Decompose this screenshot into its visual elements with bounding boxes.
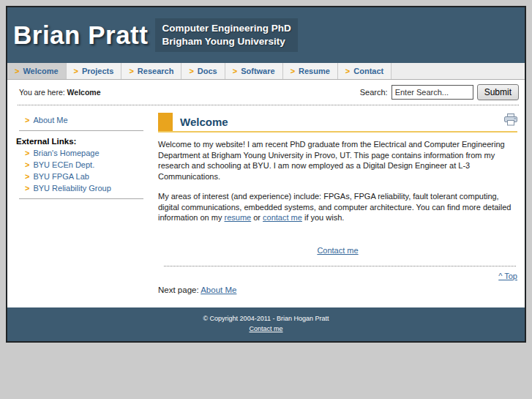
nav-tab-label: Projects (82, 67, 113, 75)
sidebar-divider (19, 198, 143, 199)
resume-link[interactable]: resume (224, 213, 251, 222)
nav-tab-label: Software (241, 67, 274, 75)
chevron-right-icon: > (25, 149, 29, 157)
site-header: Brian Pratt Computer Engineering PhD Bri… (7, 7, 525, 63)
page-title: Welcome (180, 115, 504, 130)
chevron-right-icon: > (25, 116, 29, 124)
external-link-item[interactable]: >BYU FPGA Lab (25, 172, 154, 181)
external-links-heading: External Links: (16, 137, 154, 146)
nav-tab-docs[interactable]: >Docs (181, 63, 225, 79)
chevron-right-icon: > (15, 67, 19, 75)
site-title: Brian Pratt (13, 20, 148, 50)
print-icon[interactable] (504, 113, 517, 129)
chevron-right-icon: > (74, 67, 78, 75)
external-link-item[interactable]: >BYU ECEn Dept. (25, 160, 154, 169)
chevron-right-icon: > (291, 67, 295, 75)
nav-tab-label: Docs (198, 67, 217, 75)
site-footer: © Copyright 2004-2011 - Brian Hogan Prat… (7, 307, 525, 341)
search-submit-button[interactable]: Submit (477, 84, 519, 100)
main-column: Welcome Welcome to my website! I am rece… (154, 113, 525, 307)
sidebar-item-label: About Me (33, 116, 67, 124)
copyright-text: © Copyright 2004-2011 - Brian Hogan Prat… (7, 313, 525, 324)
nav-tab-label: Resume (299, 67, 330, 75)
contact-center-row: Contact me (158, 245, 517, 256)
nav-tab-contact[interactable]: >Contact (338, 63, 391, 79)
subtitle-line-1: Computer Engineering PhD (162, 22, 291, 35)
content-area: > About Me External Links: >Brian's Home… (7, 105, 525, 307)
sidebar-item-about-me[interactable]: > About Me (25, 116, 154, 124)
chevron-right-icon: > (129, 67, 133, 75)
nav-tab-research[interactable]: >Research (121, 63, 181, 79)
top-link-row: ^ Top (158, 271, 517, 282)
nav-tab-software[interactable]: >Software (225, 63, 283, 79)
next-page-link[interactable]: About Me (201, 286, 236, 294)
site-container: Brian Pratt Computer Engineering PhD Bri… (6, 6, 526, 343)
breadcrumb-search-row: You are here: Welcome Search: Submit (7, 80, 525, 103)
sidebar-divider (19, 130, 143, 131)
external-links-list: >Brian's Homepage>BYU ECEn Dept.>BYU FPG… (19, 149, 154, 193)
intro-paragraph: Welcome to my website! I am recent PhD g… (158, 139, 517, 182)
nav-tab-label: Contact (353, 67, 383, 75)
external-link-label: BYU Reliability Group (33, 184, 110, 193)
site-subtitle: Computer Engineering PhD Brigham Young U… (155, 18, 297, 51)
external-link-label: Brian's Homepage (33, 149, 99, 157)
breadcrumb: You are here: Welcome (19, 88, 101, 97)
interests-text-post: if you wish. (302, 213, 344, 222)
chevron-right-icon: > (25, 160, 29, 169)
chevron-right-icon: > (233, 67, 237, 75)
footer-contact-link[interactable]: Contact me (249, 325, 282, 332)
interests-text-mid: or (251, 213, 263, 222)
breadcrumb-current: Welcome (67, 88, 101, 97)
contact-me-center-link[interactable]: Contact me (317, 246, 358, 255)
chevron-right-icon: > (189, 67, 193, 75)
sidebar: > About Me External Links: >Brian's Home… (7, 113, 154, 307)
subtitle-line-2: Brigham Young University (162, 35, 291, 48)
chevron-right-icon: > (345, 67, 350, 75)
heading-accent-square (158, 113, 173, 131)
interests-paragraph: My areas of interest (and experience) in… (158, 191, 517, 223)
next-page-row: Next page: About Me (158, 285, 517, 296)
chevron-right-icon: > (25, 172, 29, 181)
external-link-item[interactable]: >Brian's Homepage (25, 149, 154, 157)
nav-tab-resume[interactable]: >Resume (283, 63, 338, 79)
nav-tab-label: Welcome (23, 67, 58, 75)
nav-tab-label: Research (138, 67, 174, 75)
nav-tab-welcome[interactable]: >Welcome (7, 63, 67, 79)
external-link-item[interactable]: >BYU Reliability Group (25, 184, 154, 193)
external-link-label: BYU ECEn Dept. (33, 160, 94, 169)
back-to-top-link[interactable]: ^ Top (498, 272, 517, 280)
nav-tab-projects[interactable]: >Projects (67, 63, 122, 79)
search-input[interactable] (391, 85, 473, 100)
main-divider (164, 266, 516, 266)
external-link-label: BYU FPGA Lab (33, 172, 89, 181)
search-box: Search: Submit (360, 84, 519, 100)
breadcrumb-prefix: You are here: (19, 88, 65, 97)
chevron-right-icon: > (25, 184, 29, 193)
contact-me-inline-link[interactable]: contact me (263, 213, 302, 222)
search-label: Search: (360, 88, 388, 97)
page-heading-row: Welcome (158, 113, 517, 133)
nav-tabs: >Welcome>Projects>Research>Docs>Software… (7, 63, 525, 80)
next-page-label: Next page: (158, 286, 199, 294)
